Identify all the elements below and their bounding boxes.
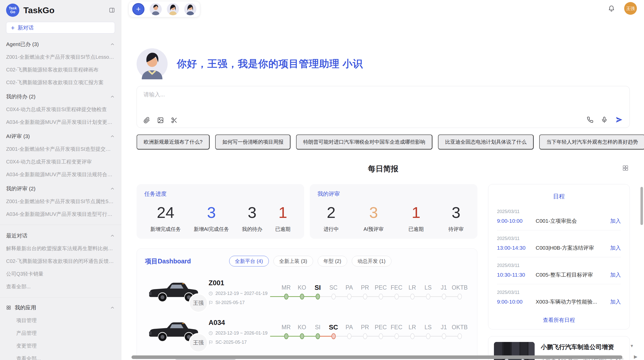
- dashboard-header: 项目Dashboard 全新平台 (4)全新上装 (3)年型 (2)动总开发 (…: [145, 256, 469, 266]
- sidebar-task-sections: Agent已办 (3)Z001-全新燃油皮卡产品开发项目SI节点Lesson L…: [6, 41, 115, 218]
- milestone-dot: [347, 294, 352, 299]
- vertical-scrollbar[interactable]: [640, 187, 643, 225]
- chat-input[interactable]: [143, 91, 488, 98]
- sidebar-collapse-icon[interactable]: [109, 7, 115, 13]
- layout-grid-icon[interactable]: [622, 165, 629, 171]
- send-icon[interactable]: [615, 116, 623, 124]
- join-event-link[interactable]: 加入: [610, 244, 621, 251]
- join-event-link[interactable]: 加入: [610, 298, 621, 305]
- milestone-dot-cell: [452, 292, 467, 301]
- project-name: A034: [209, 319, 270, 327]
- milestone-segment: [335, 336, 347, 337]
- assistant-avatar-1[interactable]: [150, 3, 162, 15]
- briefing-columns: 任务进度 24新增完成任务3新增AI完成任务3我的待办1已逾期 我的评审 2进行…: [137, 184, 630, 360]
- milestone-dot: [284, 294, 288, 299]
- stat-label: 新增完成任务: [150, 226, 181, 233]
- sidebar-item[interactable]: Z001-全新燃油轻卡产品开发项目SI造型提交物评审: [6, 146, 115, 153]
- suggestion-chip[interactable]: 如何写一份清晰的项目周报: [215, 134, 290, 149]
- sidebar-item[interactable]: Z001-全新燃油皮卡产品开发项目SI节点Lesson Learn报告: [6, 54, 115, 61]
- dashboard-tab[interactable]: 全新上装 (3): [273, 256, 313, 266]
- stat-value: 1: [279, 200, 287, 225]
- right-column: 日程 2025/03/119:00-10:00C001-立项审批会加入2025/…: [488, 184, 630, 360]
- sidebar-item[interactable]: Z001-全新燃油轻卡产品开发项目SI节点属性5D文件评审: [6, 198, 115, 205]
- stat-value: 2: [327, 200, 335, 225]
- app-window: Task Go TaskGo + 新对话 Agent已办 (3)Z001-全新燃…: [0, 0, 644, 360]
- milestone-segment: [430, 336, 442, 337]
- milestone-segment: [320, 296, 331, 297]
- app-item[interactable]: 项目管理: [16, 317, 115, 324]
- stat-label: 我的待办: [242, 226, 262, 233]
- dashboard-tab[interactable]: 年型 (2): [318, 256, 347, 266]
- add-assistant-button[interactable]: +: [132, 3, 144, 15]
- user-avatar[interactable]: 王强: [624, 2, 637, 15]
- horizontal-scrollbar[interactable]: [131, 355, 622, 359]
- clock-icon: [209, 291, 213, 296]
- recent-chat-item[interactable]: 解释最新出台的欧盟报废车法规再生塑料比例被调至15%...: [6, 245, 115, 252]
- app-item[interactable]: 变更管理: [16, 342, 115, 349]
- main-area: + 王强 你好，王强，我是你的项目管理助理 小识: [121, 0, 644, 360]
- topbar-right: 王强: [608, 2, 637, 15]
- sidebar-item[interactable]: A034-全新新能源MUV产品开发项目造型可行性评审: [6, 211, 115, 218]
- notification-bell-icon[interactable]: [608, 5, 615, 12]
- view-all-schedule-link[interactable]: 查看所有日程: [497, 315, 621, 329]
- milestone-label: LS: [420, 283, 436, 292]
- recent-chat-item[interactable]: 公司Q3轻卡销量: [6, 271, 115, 277]
- suggestion-chip[interactable]: 特朗普可能对进口汽车增税会对中国车企造成哪些影响: [296, 134, 432, 149]
- scissors-icon[interactable]: [171, 117, 178, 124]
- logo-line2: Go: [10, 10, 15, 14]
- milestone-segment: [446, 296, 458, 297]
- suggestion-chip[interactable]: 欧洲新规最近颁布了什么?: [137, 134, 210, 149]
- sidebar: Task Go TaskGo + 新对话 Agent已办 (3)Z001-全新燃…: [0, 0, 121, 360]
- sidebar-item[interactable]: C02-飞腾新能源轻客改款项目立项汇报方案: [6, 79, 115, 86]
- assistant-avatar-2[interactable]: [167, 3, 179, 15]
- milestone-dot: [379, 333, 383, 339]
- microphone-icon[interactable]: [601, 116, 608, 123]
- dashboard-tab[interactable]: 全新平台 (4): [229, 256, 269, 266]
- scroll-down-arrow-icon[interactable]: ▼: [630, 344, 634, 348]
- dashboard-tab[interactable]: 动总开发 (1): [352, 256, 391, 266]
- milestone-label: LS: [420, 323, 436, 332]
- milestone-label: LR: [404, 323, 420, 332]
- milestone-segment: [288, 296, 300, 297]
- date-range-text: 2023-12-19 ~ 2026-01-19: [215, 331, 268, 336]
- sidebar-item[interactable]: C02-飞腾新能源轻客改款项目里程碑画布: [6, 66, 115, 73]
- milestone-label: FEC: [389, 323, 404, 332]
- event-row: 9:00-10:00X003-车辆动力学性能验...加入: [497, 298, 621, 305]
- new-chat-button[interactable]: + 新对话: [6, 22, 115, 34]
- sidebar-item-my-apps[interactable]: 我的应用: [6, 304, 115, 311]
- paperclip-icon[interactable]: [143, 117, 150, 124]
- image-upload-icon[interactable]: [157, 117, 164, 124]
- sidebar-section-header[interactable]: AI评审 (3): [6, 133, 115, 140]
- suggestion-chip[interactable]: 当下年轻人对汽车外观有怎样的喜好趋势: [539, 134, 644, 149]
- milestone-dot-cell: [452, 332, 467, 341]
- project-row: 王强A0342023-12-19 ~ 2026-01-19SC-2025-05-…: [145, 318, 469, 346]
- milestone-dot: [316, 333, 320, 339]
- sidebar-recent-chats: 最近对话解释最新出台的欧盟报废车法规再生塑料比例被调至15%...C02-飞腾新…: [6, 232, 115, 290]
- topbar: + 王强: [121, 0, 644, 18]
- milestone-segment: [399, 336, 410, 337]
- scroll-right-arrow-icon[interactable]: ▶: [634, 354, 637, 359]
- event-row: 9:00-10:00C001-立项审批会加入: [497, 217, 621, 224]
- sidebar-item[interactable]: A034-全新新能源MUV产品开发项目法规符合性评审: [6, 171, 115, 178]
- sidebar-item[interactable]: C0X4-动力总成开发项目工程变更评审: [6, 158, 115, 165]
- milestone-dot: [331, 294, 336, 299]
- sidebar-item[interactable]: C0X4-动力总成开发项目SI里程碑提交物检查: [6, 106, 115, 113]
- sidebar-section-header[interactable]: 我的待办 (2): [6, 93, 115, 100]
- sidebar-section-header[interactable]: 我的评审 (2): [6, 185, 115, 192]
- milestone-label: J1: [436, 283, 452, 292]
- event-name: C003|H0B-方案冻结评审: [536, 244, 607, 251]
- milestone-segment: [351, 296, 363, 297]
- phone-icon[interactable]: [587, 116, 593, 123]
- recent-chat-item[interactable]: C02-飞腾新能源轻客改款项目的闭环通告反馈情况: [6, 258, 115, 265]
- join-event-link[interactable]: 加入: [610, 271, 621, 278]
- join-event-link[interactable]: 加入: [610, 217, 621, 224]
- suggestion-chip[interactable]: 比亚迪全固态电池计划具体说了什么: [438, 134, 534, 149]
- app-item[interactable]: 产品管理: [16, 330, 115, 337]
- sidebar-section-header[interactable]: Agent已办 (3): [6, 41, 115, 48]
- sidebar-item[interactable]: A034-全新新能源MUV产品开发项目计划变更表编写: [6, 119, 115, 126]
- assistant-avatar-3[interactable]: [184, 3, 196, 15]
- view-all-apps-link[interactable]: 查看全部...: [16, 355, 115, 360]
- view-all-chats-link[interactable]: 查看全部...: [6, 283, 115, 290]
- stat-value: 3: [207, 200, 216, 225]
- sidebar-section-header[interactable]: 最近对话: [6, 232, 115, 239]
